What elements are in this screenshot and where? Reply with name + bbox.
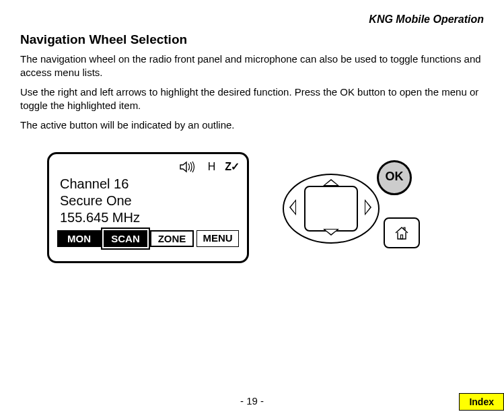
svg-rect-0 [401,235,403,239]
home-icon [394,225,410,240]
arrow-up-icon[interactable] [323,179,339,186]
paragraph-1: The navigation wheel on the radio front … [20,53,484,79]
nav-wheel-center[interactable] [304,186,358,232]
ok-button[interactable]: OK [377,160,412,195]
softkey-mon[interactable]: MON [57,230,101,247]
doc-header-title: KNG Mobile Operation [20,13,484,26]
softkey-menu[interactable]: MENU [196,230,239,247]
section-heading: Navigation Wheel Selection [20,32,484,47]
softkey-row: MON SCAN ZONE MENU [57,230,239,247]
display-line-channel: Channel 16 [60,176,239,193]
home-button[interactable] [384,217,420,248]
radio-display: H Z✓ Channel 16 Secure One 155.645 MHz M… [47,152,249,263]
arrow-left-icon[interactable] [289,199,296,215]
paragraph-2: Use the right and left arrows to highlig… [20,85,484,112]
index-tab[interactable]: Index [459,393,504,411]
status-row: H Z✓ [57,160,239,174]
display-line-freq: 155.645 MHz [60,209,239,226]
speaker-icon [180,161,199,173]
arrow-down-icon[interactable] [323,229,339,236]
softkey-zone[interactable]: ZONE [150,230,194,247]
page-number: - 19 - [0,395,504,407]
softkey-scan[interactable]: SCAN [104,230,147,247]
figure-row: H Z✓ Channel 16 Secure One 155.645 MHz M… [47,152,484,263]
paragraph-3: The active button will be indicated by a… [20,118,484,132]
nav-wheel-area: OK [276,153,437,261]
status-h: H [208,161,216,173]
display-line-secure: Secure One [60,193,239,209]
arrow-right-icon[interactable] [365,199,371,215]
status-zcheck: Z✓ [225,160,239,173]
display-lines: Channel 16 Secure One 155.645 MHz [57,176,239,226]
